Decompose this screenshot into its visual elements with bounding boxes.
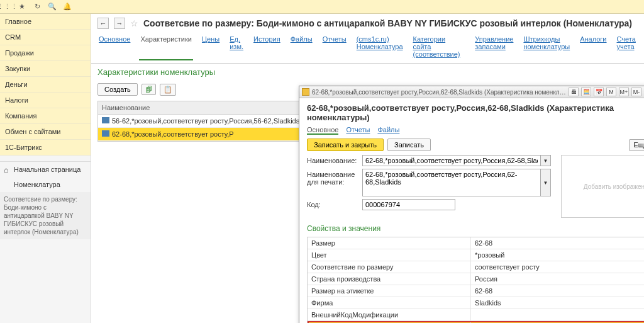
prop-row[interactable]: Размер на этикетке62-68 (308, 285, 644, 297)
modal-tab-main[interactable]: Основное (307, 126, 338, 135)
tb-m-icon[interactable]: M (606, 88, 616, 96)
sidebar-item-crm[interactable]: CRM (0, 30, 91, 45)
search-icon[interactable]: 🔍 (48, 3, 57, 11)
tab-prices[interactable]: Цены (201, 33, 221, 60)
chevron-down-icon[interactable]: ▼ (541, 169, 551, 196)
code-label: Код: (307, 199, 357, 208)
tab-characteristics[interactable]: Характеристики (139, 33, 193, 60)
notify-icon[interactable]: 🔔 (63, 3, 72, 11)
tab-reports[interactable]: Отчеты (321, 33, 348, 60)
back-button[interactable]: ← (97, 18, 109, 29)
app-icon (302, 88, 309, 96)
tab-cms1c[interactable]: (cms1c.ru) Номенклатура (355, 33, 404, 60)
code-field[interactable] (362, 199, 455, 210)
tb-print-icon[interactable]: 🖶 (569, 88, 579, 96)
section-subtitle: Характеристики номенклатуры (91, 64, 644, 81)
characteristic-dialog: 62-68,*розовый,соответствует росту,Росси… (299, 86, 644, 323)
modal-tab-files[interactable]: Файлы (377, 126, 399, 135)
star-icon[interactable]: ★ (18, 3, 26, 11)
chevron-down-icon[interactable]: ▼ (541, 155, 551, 166)
sidebar-item-money[interactable]: Деньги (0, 77, 91, 93)
sidebar-item-sales[interactable]: Продажи (0, 45, 91, 61)
row-name: 62-68,*розовый,соответствует росту,Р (112, 130, 234, 138)
page-title: Соответсвие по размеру: Боди-кимоно с ан… (143, 18, 632, 28)
dialog-titlebar[interactable]: 62-68,*розовый,соответствует росту,Росси… (299, 86, 644, 98)
prop-row[interactable]: Соответствие по размерусоответствует рос… (308, 261, 644, 273)
sidebar-item-main[interactable]: Главное (0, 14, 91, 30)
dialog-caption: 62-68,*розовый,соответствует росту,Росси… (312, 89, 566, 96)
tab-main[interactable]: Основное (97, 33, 131, 60)
tab-stock[interactable]: Управление запасами (474, 33, 514, 60)
create-button[interactable]: Создать (97, 83, 138, 96)
prop-row[interactable]: Цвет*розовый (308, 249, 644, 261)
breadcrumb: Соответсвие по размеру: Боди-кимоно с ан… (0, 192, 91, 239)
save-button[interactable]: Записать (387, 139, 431, 151)
apps-icon[interactable]: ⋮⋮⋮ (3, 3, 11, 11)
name-label: Наименование: (307, 155, 357, 164)
prop-row[interactable]: Размер62-68 (308, 237, 644, 249)
prop-row[interactable]: ВнешнийКодМодификации (308, 309, 644, 321)
tab-units[interactable]: Ед. изм. (228, 33, 245, 60)
favorite-icon[interactable]: ☆ (130, 18, 138, 28)
sidebar-item-taxes[interactable]: Налоги (0, 93, 91, 108)
tb-cal-icon[interactable]: 📅 (594, 88, 604, 96)
more-button[interactable]: Еще ▾ (629, 139, 644, 151)
history-icon[interactable]: ↻ (33, 3, 42, 11)
tb-calc-icon[interactable]: 🧮 (581, 88, 591, 96)
sidebar-home[interactable]: Начальная страница (0, 162, 91, 177)
name-field[interactable] (362, 155, 541, 166)
image-placeholder[interactable]: Добавить изображение (561, 155, 644, 218)
props-section-title: Свойства и значения (307, 224, 644, 233)
print-button[interactable]: 📋 (160, 84, 176, 96)
prop-row[interactable]: Страна производстваРоссия (308, 273, 644, 285)
forward-button[interactable]: → (114, 18, 125, 29)
modal-tab-reports[interactable]: Отчеты (346, 126, 370, 135)
tb-mplus-icon[interactable]: M+ (619, 88, 629, 96)
page-tabs: Основное Характеристики Цены Ед. изм. Ис… (91, 33, 644, 64)
app-topbar: ⋮⋮⋮ ★ ↻ 🔍 🔔 (0, 0, 644, 14)
tab-barcodes[interactable]: Штрихкоды номенклатуры (522, 33, 571, 60)
sidebar-item-purchase[interactable]: Закупки (0, 61, 91, 77)
sidebar-item-company[interactable]: Компания (0, 108, 91, 124)
row-icon (102, 117, 109, 123)
prop-row[interactable]: ФирмаSladkids (308, 297, 644, 309)
sidebar-item-sync[interactable]: Обмен с сайтами (0, 124, 91, 140)
tab-accounts[interactable]: Счета учета (616, 33, 638, 60)
tab-analogs[interactable]: Аналоги (579, 33, 608, 60)
tb-mminus-icon[interactable]: M- (631, 88, 641, 96)
tab-site-cats[interactable]: Категории сайта (соответствие) (412, 33, 467, 60)
sidebar: Главное CRM Продажи Закупки Деньги Налог… (0, 14, 91, 323)
row-icon (102, 130, 109, 137)
dialog-title: 62-68,*розовый,соответствует росту,Росси… (307, 103, 644, 122)
print-name-label: Наименование для печати: (307, 169, 357, 186)
tab-history[interactable]: История (252, 33, 282, 60)
sidebar-item-bitrix[interactable]: 1С-Битрикс (0, 140, 91, 156)
row-name: 56-62,*розовый,соответствует росту,Росси… (112, 117, 299, 125)
sidebar-nomenclature[interactable]: Номенклатура (0, 177, 91, 192)
tab-files[interactable]: Файлы (289, 33, 314, 60)
save-close-button[interactable]: Записать и закрыть (307, 139, 384, 151)
props-table: Размер62-68 Цвет*розовый Соответствие по… (307, 237, 644, 323)
print-name-field[interactable]: 62-68,*розовый,соответствует росту,Росси… (362, 169, 541, 196)
copy-button[interactable]: 🗐 (142, 84, 156, 95)
